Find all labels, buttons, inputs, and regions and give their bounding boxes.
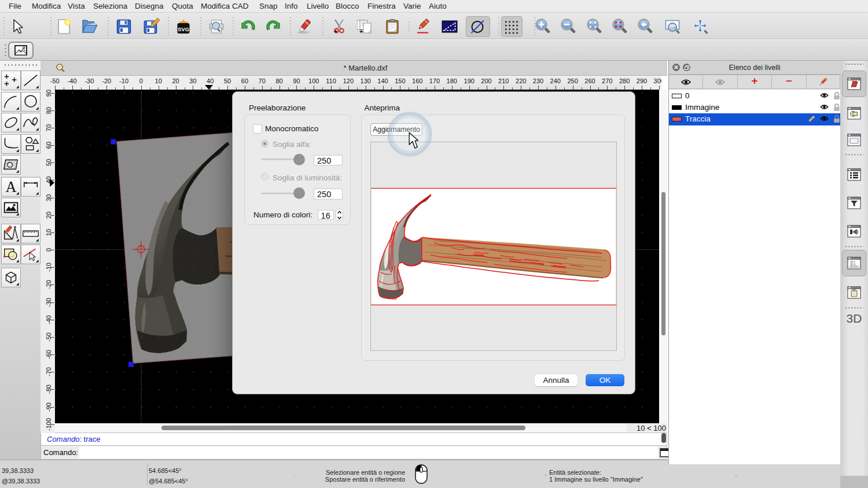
svg-text:+: + xyxy=(334,28,337,35)
svg-text:A: A xyxy=(5,179,16,195)
svg-text:SVG: SVG xyxy=(178,26,189,32)
svg-text:+: + xyxy=(359,28,363,35)
svg-text:cmd 03: cmd 03 xyxy=(850,264,856,266)
